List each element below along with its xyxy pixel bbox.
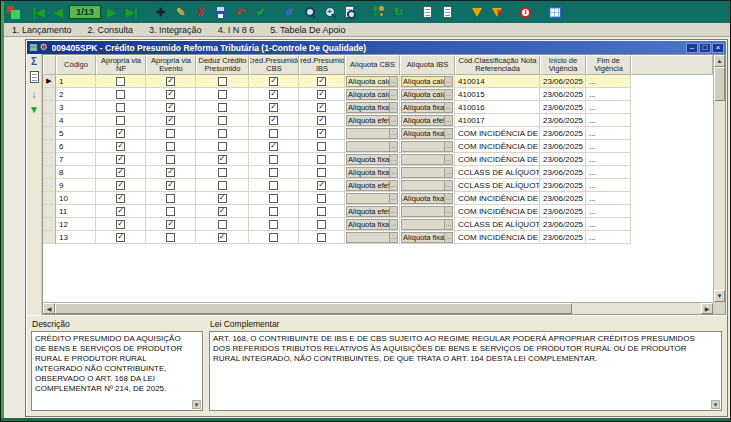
evento-checkbox[interactable]: ✓ <box>166 220 175 229</box>
column-header-fim[interactable]: Fim de Vigência <box>586 55 631 75</box>
marker-icon[interactable]: ▼ <box>29 104 39 115</box>
deduz-checkbox[interactable]: ✓ <box>218 233 227 242</box>
nf-checkbox[interactable]: ✓ <box>116 142 125 151</box>
aliquota_cbs-lookup[interactable]: … <box>346 232 398 243</box>
lookup-ellipsis-button[interactable]: … <box>444 103 452 112</box>
column-header-cbs[interactable]: Créd.Presumido CBS <box>249 55 299 75</box>
deduz-checkbox[interactable]: ✓ <box>218 207 227 216</box>
filter-button[interactable] <box>467 3 486 21</box>
aliquota_cbs-lookup[interactable]: Alíquota fixa… <box>346 167 398 178</box>
lookup-ellipsis-button[interactable]: … <box>444 155 452 164</box>
deduz-checkbox[interactable] <box>218 90 227 99</box>
cbs-checkbox[interactable] <box>269 220 278 229</box>
confirm-button[interactable]: ✔ <box>251 3 270 21</box>
deduz-checkbox[interactable] <box>218 142 227 151</box>
lookup-ellipsis-button[interactable]: … <box>444 207 452 216</box>
lookup-ellipsis-button[interactable]: … <box>444 116 452 125</box>
deduz-checkbox[interactable] <box>218 181 227 190</box>
aliquota_ibs-lookup[interactable]: … <box>401 206 453 217</box>
brush-button[interactable]: ✐ <box>280 3 299 21</box>
ibs-checkbox[interactable] <box>317 168 326 177</box>
grid-row[interactable]: 4✓✓✓Alíquota efet…Alíquota efet…41001723… <box>43 114 713 127</box>
cbs-checkbox[interactable] <box>269 194 278 203</box>
grid-row[interactable]: ▶1✓✓✓Alíquota calcu…Alíquota calcu…41001… <box>43 75 713 88</box>
evento-checkbox[interactable] <box>166 207 175 216</box>
column-header-codigo[interactable]: Código <box>56 55 96 75</box>
minimize-button[interactable]: – <box>686 43 698 53</box>
lookup-ellipsis-button[interactable]: … <box>389 129 397 138</box>
grid-row[interactable]: 3✓✓✓Alíquota fixa…Alíquota fixa…41001623… <box>43 101 713 114</box>
aliquota_ibs-lookup[interactable]: Alíquota fixa… <box>401 128 453 139</box>
aliquota_ibs-lookup[interactable]: … <box>401 141 453 152</box>
save-button[interactable] <box>211 3 230 21</box>
evento-checkbox[interactable] <box>166 129 175 138</box>
grid-row[interactable]: 5✓✓…Alíquota fixa…COM INCIDÊNCIA DE23/06… <box>43 127 713 140</box>
menu-item-5[interactable]: 5. Tabela De Apoio <box>270 25 345 35</box>
lei-scroll-down-icon[interactable]: ▼ <box>711 400 720 409</box>
cbs-checkbox[interactable] <box>269 168 278 177</box>
grid-row[interactable]: 8✓✓Alíquota fixa……CCLASS DE ALÍQUOTA23/0… <box>43 166 713 179</box>
deduz-checkbox[interactable] <box>218 129 227 138</box>
scroll-left-button[interactable]: ◀ <box>43 303 55 314</box>
scroll-up-button[interactable]: ▲ <box>714 55 725 67</box>
vertical-scrollbar[interactable]: ▲ ▼ <box>713 55 725 302</box>
horizontal-scrollbar[interactable]: ◀ ▶ <box>43 302 713 314</box>
grid-row[interactable]: 12✓✓Alíquota fixa……CCLASS DE ALÍQUOTA23/… <box>43 218 713 231</box>
column-header-inicio[interactable]: Início de Vigência <box>540 55 586 75</box>
column-header-classificacao[interactable]: Cód.Classificação Nota Referenciada <box>455 55 540 75</box>
lookup-ellipsis-button[interactable]: … <box>444 90 452 99</box>
lookup-ellipsis-button[interactable]: … <box>389 207 397 216</box>
hscroll-thumb[interactable] <box>55 303 572 314</box>
evento-checkbox[interactable]: ✓ <box>166 116 175 125</box>
aliquota_cbs-lookup[interactable]: Alíquota calcu… <box>346 89 398 100</box>
grid-row[interactable]: 2✓✓✓Alíquota calcu…Alíquota calcu…410015… <box>43 88 713 101</box>
nf-checkbox[interactable] <box>116 116 125 125</box>
lookup-ellipsis-button[interactable]: … <box>389 220 397 229</box>
nf-checkbox[interactable]: ✓ <box>116 233 125 242</box>
refresh-button[interactable]: ↻ <box>389 3 408 21</box>
aliquota_cbs-lookup[interactable]: Alíquota fixa… <box>346 154 398 165</box>
info-button[interactable] <box>516 3 535 21</box>
close-button[interactable]: × <box>712 43 724 53</box>
ibs-checkbox[interactable] <box>317 194 326 203</box>
vscroll-thumb[interactable] <box>714 67 725 101</box>
lookup-ellipsis-button[interactable]: … <box>444 129 452 138</box>
ibs-checkbox[interactable]: ✓ <box>317 77 326 86</box>
descricao-scroll-down-icon[interactable]: ▼ <box>192 400 201 409</box>
evento-checkbox[interactable] <box>166 233 175 242</box>
lookup-ellipsis-button[interactable]: … <box>444 181 452 190</box>
aliquota_cbs-lookup[interactable]: Alíquota fixa… <box>346 102 398 113</box>
lookup-ellipsis-button[interactable]: … <box>389 233 397 242</box>
nf-checkbox[interactable]: ✓ <box>116 220 125 229</box>
evento-checkbox[interactable] <box>166 194 175 203</box>
deduz-checkbox[interactable] <box>218 168 227 177</box>
grid-row[interactable]: 9✓✓✓Alíquota efet……CCLASS DE ALÍQUOTA23/… <box>43 179 713 192</box>
ibs-checkbox[interactable]: ✓ <box>317 90 326 99</box>
lookup-ellipsis-button[interactable]: … <box>444 194 452 203</box>
preview-button[interactable] <box>340 3 359 21</box>
menu-item-3[interactable]: 3. Integração <box>149 25 202 35</box>
aliquota_ibs-lookup[interactable]: Alíquota calcu… <box>401 76 453 87</box>
lookup-ellipsis-button[interactable]: … <box>389 168 397 177</box>
ibs-checkbox[interactable] <box>317 142 326 151</box>
last-record-button[interactable]: ▶| <box>122 3 141 21</box>
maximize-button[interactable]: □ <box>699 43 711 53</box>
vscroll-track[interactable] <box>714 67 725 290</box>
nf-checkbox[interactable]: ✓ <box>116 155 125 164</box>
aliquota_cbs-lookup[interactable]: Alíquota calcu… <box>346 76 398 87</box>
nf-checkbox[interactable] <box>116 77 125 86</box>
cbs-checkbox[interactable] <box>269 155 278 164</box>
aliquota_cbs-lookup[interactable]: … <box>346 141 398 152</box>
aliquota_ibs-lookup[interactable]: Alíquota efet… <box>401 115 453 126</box>
menu-item-1[interactable]: 1. Lançamento <box>12 25 72 35</box>
ibs-checkbox[interactable]: ✓ <box>317 116 326 125</box>
lookup-ellipsis-button[interactable]: … <box>389 155 397 164</box>
nf-checkbox[interactable] <box>116 90 125 99</box>
aliquota_ibs-lookup[interactable]: Alíquota fixa… <box>401 232 453 243</box>
aliquota_ibs-lookup[interactable]: … <box>401 180 453 191</box>
ibs-checkbox[interactable]: ✓ <box>317 181 326 190</box>
undo-button[interactable]: ↶ <box>231 3 250 21</box>
deduz-checkbox[interactable]: ✓ <box>218 155 227 164</box>
lookup-ellipsis-button[interactable]: … <box>389 181 397 190</box>
aliquota_cbs-lookup[interactable]: Alíquota efet… <box>346 115 398 126</box>
